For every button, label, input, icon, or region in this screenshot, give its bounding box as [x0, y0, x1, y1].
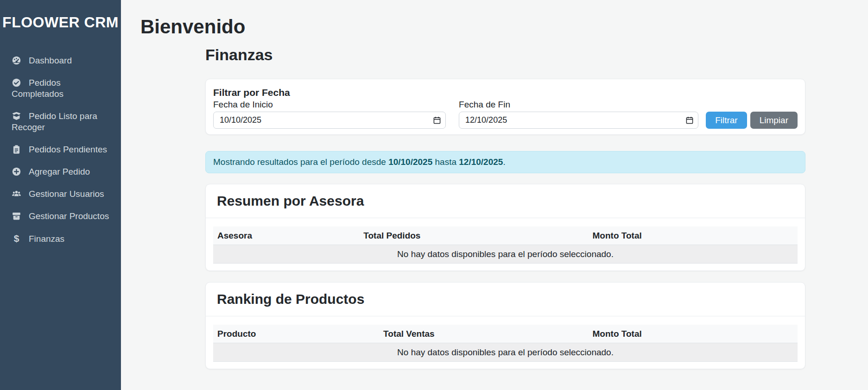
sidebar-item-gestionar-usuarios[interactable]: Gestionar Usuarios — [0, 189, 121, 200]
sidebar-item-gestionar-productos[interactable]: Gestionar Productos — [0, 211, 121, 222]
column-header-monto-total: Monto Total — [589, 226, 798, 245]
alert-text: . — [503, 157, 505, 167]
sidebar-item-label: Gestionar Productos — [29, 211, 109, 221]
gauge-icon — [12, 56, 21, 65]
sidebar-item-agregar-pedido[interactable]: Agregar Pedido — [0, 166, 121, 177]
end-date-label: Fecha de Fin — [459, 100, 698, 110]
column-header-asesora: Asesora — [213, 226, 359, 245]
table-empty-row: No hay datos disponibles para el período… — [213, 343, 798, 362]
period-alert: Mostrando resultados para el período des… — [205, 151, 805, 173]
table-empty-row: No hay datos disponibles para el período… — [213, 245, 798, 264]
column-header-total-pedidos: Total Pedidos — [359, 226, 588, 245]
clipboard-list-icon — [12, 145, 21, 154]
sidebar-item-label: Finanzas — [29, 234, 64, 244]
sidebar-item-label: Gestionar Usuarios — [29, 189, 104, 199]
ranking-card-title: Ranking de Productos — [217, 291, 794, 307]
sidebar: FLOOWER CRM Dashboard Pedidos Completado… — [0, 0, 121, 390]
sidebar-item-label: Dashboard — [29, 56, 72, 65]
calendar-icon[interactable] — [433, 116, 441, 125]
product-ranking-card: Ranking de Productos Producto Total Vent… — [205, 282, 805, 369]
sidebar-item-label: Agregar Pedido — [29, 167, 90, 176]
filter-title: Filtrar por Fecha — [213, 87, 798, 98]
sidebar-item-label: Pedidos Pendientes — [29, 145, 107, 154]
check-circle-icon — [12, 78, 21, 88]
summary-by-advisor-card: Resumen por Asesora Asesora Total Pedido… — [205, 184, 805, 271]
users-icon — [12, 189, 21, 199]
filter-button[interactable]: Filtrar — [706, 112, 747, 129]
end-date-input[interactable] — [459, 112, 698, 129]
table-header-row: Producto Total Ventas Monto Total — [213, 325, 798, 343]
ranking-table: Producto Total Ventas Monto Total No hay… — [213, 325, 798, 362]
box-open-icon — [12, 111, 21, 121]
sidebar-item-label: Pedido Listo para Recoger — [12, 111, 97, 132]
table-header-row: Asesora Total Pedidos Monto Total — [213, 226, 798, 245]
main-content: Bienvenido Finanzas Filtrar por Fecha Fe… — [121, 0, 868, 369]
sidebar-nav: Dashboard Pedidos Completados Pedido Lis… — [0, 55, 121, 245]
sidebar-item-pedidos-completados[interactable]: Pedidos Completados — [0, 77, 121, 100]
column-header-total-ventas: Total Ventas — [379, 325, 588, 343]
summary-card-title: Resumen por Asesora — [217, 193, 794, 209]
alert-start-date: 10/10/2025 — [388, 157, 432, 167]
clear-button[interactable]: Limpiar — [750, 112, 798, 129]
alert-text: hasta — [432, 157, 459, 167]
column-header-producto: Producto — [213, 325, 379, 343]
dollar-icon: $ — [12, 233, 21, 244]
date-filter-card: Filtrar por Fecha Fecha de Inicio Fecha … — [205, 79, 805, 135]
empty-message: No hay datos disponibles para el período… — [213, 245, 798, 264]
sidebar-item-dashboard[interactable]: Dashboard — [0, 55, 121, 66]
alert-text: Mostrando resultados para el período des… — [213, 157, 388, 167]
plus-circle-icon — [12, 167, 21, 176]
section-title: Finanzas — [205, 46, 805, 64]
app-brand: FLOOWER CRM — [0, 14, 121, 31]
box-icon — [12, 211, 21, 221]
sidebar-item-pedido-listo[interactable]: Pedido Listo para Recoger — [0, 111, 121, 133]
column-header-monto-total: Monto Total — [589, 325, 798, 343]
start-date-label: Fecha de Inicio — [213, 100, 446, 110]
sidebar-item-finanzas[interactable]: $Finanzas — [0, 233, 121, 245]
sidebar-item-pedidos-pendientes[interactable]: Pedidos Pendientes — [0, 144, 121, 155]
summary-table: Asesora Total Pedidos Monto Total No hay… — [213, 226, 798, 264]
start-date-input[interactable] — [213, 112, 446, 129]
calendar-icon[interactable] — [685, 116, 694, 125]
alert-end-date: 12/10/2025 — [459, 157, 503, 167]
page-title: Bienvenido — [140, 16, 868, 38]
finanzas-section: Finanzas Filtrar por Fecha Fecha de Inic… — [205, 46, 805, 369]
empty-message: No hay datos disponibles para el período… — [213, 343, 798, 362]
